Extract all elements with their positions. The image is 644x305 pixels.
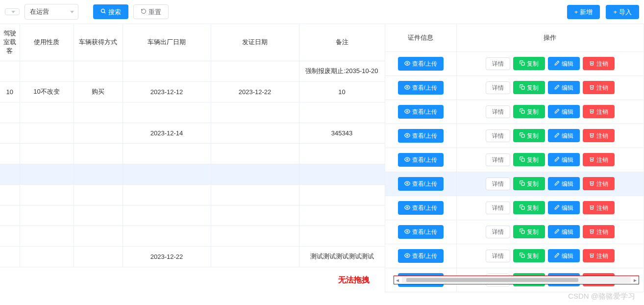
data-table-left: 驾驶室载客 使用性质 车辆获得方式 车辆出厂日期 发证日期 备注 强制报废期止:… bbox=[0, 24, 385, 267]
copy-button[interactable]: 复制 bbox=[513, 201, 545, 214]
cancel-button[interactable]: 注销 bbox=[583, 249, 615, 262]
table-row[interactable]: 查看/上传详情复制编辑注销 bbox=[385, 124, 644, 148]
copy-button[interactable]: 复制 bbox=[513, 57, 545, 70]
cell-usage bbox=[20, 123, 74, 143]
copy-button[interactable]: 复制 bbox=[513, 105, 545, 118]
edit-button[interactable]: 编辑 bbox=[548, 225, 580, 238]
reset-button[interactable]: 重置 bbox=[133, 4, 169, 19]
view-upload-button[interactable]: 查看/上传 bbox=[398, 57, 444, 71]
reset-label: 重置 bbox=[149, 9, 161, 15]
table-row[interactable]: 查看/上传详情复制编辑注销 bbox=[385, 76, 644, 100]
copy-button[interactable]: 复制 bbox=[513, 129, 545, 142]
cancel-button[interactable]: 注销 bbox=[583, 57, 615, 70]
edit-button[interactable]: 编辑 bbox=[548, 105, 580, 118]
view-upload-button[interactable]: 查看/上传 bbox=[398, 129, 444, 143]
svg-rect-7 bbox=[521, 110, 524, 113]
table-row[interactable] bbox=[0, 205, 385, 226]
cell-acq bbox=[74, 143, 123, 164]
edit-button[interactable]: 编辑 bbox=[548, 249, 580, 262]
copy-label: 复制 bbox=[527, 109, 539, 115]
table-row[interactable]: 2023-12-22测试测试测试测试测试 bbox=[0, 246, 385, 267]
scrollbar-track[interactable] bbox=[402, 277, 631, 283]
details-button[interactable]: 详情 bbox=[486, 129, 510, 142]
table-row[interactable] bbox=[0, 143, 385, 164]
cancel-button[interactable]: 注销 bbox=[583, 201, 615, 214]
cancel-button[interactable]: 注销 bbox=[583, 153, 615, 166]
view-upload-button[interactable]: 查看/上传 bbox=[398, 225, 444, 239]
view-upload-button[interactable]: 查看/上传 bbox=[398, 81, 444, 95]
cancel-label: 注销 bbox=[596, 253, 608, 259]
details-button[interactable]: 详情 bbox=[486, 105, 510, 118]
eye-icon bbox=[404, 253, 410, 259]
cell-issue bbox=[211, 102, 299, 123]
cancel-button[interactable]: 注销 bbox=[583, 225, 615, 238]
svg-point-0 bbox=[101, 9, 105, 13]
cell-usage bbox=[20, 164, 74, 184]
copy-button[interactable]: 复制 bbox=[513, 177, 545, 190]
copy-icon bbox=[520, 253, 525, 259]
table-row[interactable]: 查看/上传详情复制编辑注销 bbox=[385, 244, 644, 268]
details-button[interactable]: 详情 bbox=[486, 57, 510, 70]
select-status[interactable]: 在运营 bbox=[25, 4, 78, 20]
view-upload-button[interactable]: 查看/上传 bbox=[398, 153, 444, 167]
cell-usage bbox=[20, 226, 74, 246]
details-button[interactable]: 详情 bbox=[486, 153, 510, 166]
cell-acq bbox=[74, 246, 123, 267]
svg-line-1 bbox=[104, 12, 106, 14]
scrollbar-thumb[interactable] bbox=[406, 278, 578, 282]
table-row[interactable]: 查看/上传详情复制编辑注销 bbox=[385, 100, 644, 124]
table-row[interactable]: 强制报废期止:2035-10-20 bbox=[0, 61, 385, 81]
cell-acq bbox=[74, 164, 123, 184]
view-upload-button[interactable]: 查看/上传 bbox=[398, 177, 444, 191]
eye-icon bbox=[404, 84, 410, 91]
copy-label: 复制 bbox=[527, 205, 539, 211]
copy-button[interactable]: 复制 bbox=[513, 249, 545, 262]
table-header-row: 驾驶室载客 使用性质 车辆获得方式 车辆出厂日期 发证日期 备注 bbox=[0, 24, 385, 61]
edit-button[interactable]: 编辑 bbox=[548, 201, 580, 214]
details-button[interactable]: 详情 bbox=[486, 250, 510, 262]
table-row[interactable] bbox=[0, 184, 385, 205]
cancel-button[interactable]: 注销 bbox=[583, 105, 615, 118]
edit-button[interactable]: 编辑 bbox=[548, 57, 580, 70]
edit-label: 编辑 bbox=[562, 253, 573, 259]
scroll-right-arrow[interactable]: ► bbox=[632, 278, 639, 283]
cancel-label: 注销 bbox=[596, 205, 608, 211]
edit-button[interactable]: 编辑 bbox=[548, 129, 580, 142]
cancel-button[interactable]: 注销 bbox=[583, 81, 615, 94]
scroll-left-arrow[interactable]: ◄ bbox=[394, 278, 401, 283]
table-row[interactable]: 查看/上传详情复制编辑注销 bbox=[385, 172, 644, 196]
view-upload-button[interactable]: 查看/上传 bbox=[398, 105, 444, 119]
search-button[interactable]: 搜索 bbox=[93, 4, 128, 19]
details-button[interactable]: 详情 bbox=[486, 202, 510, 214]
table-row[interactable] bbox=[0, 226, 385, 246]
copy-button[interactable]: 复制 bbox=[513, 153, 545, 166]
view-upload-button[interactable]: 查看/上传 bbox=[398, 249, 444, 263]
edit-label: 编辑 bbox=[562, 229, 573, 235]
details-button[interactable]: 详情 bbox=[486, 81, 510, 94]
select-1[interactable] bbox=[5, 8, 20, 15]
table-row[interactable]: 查看/上传详情复制编辑注销 bbox=[385, 220, 644, 244]
table-row[interactable] bbox=[0, 164, 385, 184]
cancel-button[interactable]: 注销 bbox=[583, 177, 615, 190]
details-button[interactable]: 详情 bbox=[486, 226, 510, 238]
copy-button[interactable]: 复制 bbox=[513, 225, 545, 238]
table-row[interactable]: 查看/上传详情复制编辑注销 bbox=[385, 196, 644, 220]
plus-icon: + bbox=[574, 9, 578, 15]
import-button[interactable]: + 导入 bbox=[606, 5, 639, 19]
cell-remarks bbox=[299, 102, 385, 123]
table-row[interactable]: 2023-12-14345343 bbox=[0, 123, 385, 143]
details-button[interactable]: 详情 bbox=[486, 178, 510, 190]
table-row[interactable]: 查看/上传详情复制编辑注销 bbox=[385, 51, 644, 76]
cell-factory bbox=[123, 226, 211, 246]
view-upload-button[interactable]: 查看/上传 bbox=[398, 201, 444, 215]
table-row[interactable] bbox=[0, 102, 385, 123]
copy-button[interactable]: 复制 bbox=[513, 81, 545, 94]
table-row[interactable]: 查看/上传详情复制编辑注销 bbox=[385, 148, 644, 172]
table-row[interactable]: 1010不改变购买2023-12-122023-12-2210 bbox=[0, 81, 385, 102]
edit-button[interactable]: 编辑 bbox=[548, 153, 580, 166]
view-upload-label: 查看/上传 bbox=[412, 157, 437, 163]
add-button[interactable]: + 新增 bbox=[567, 5, 600, 19]
edit-button[interactable]: 编辑 bbox=[548, 81, 580, 94]
edit-button[interactable]: 编辑 bbox=[548, 177, 580, 190]
cancel-button[interactable]: 注销 bbox=[583, 129, 615, 142]
